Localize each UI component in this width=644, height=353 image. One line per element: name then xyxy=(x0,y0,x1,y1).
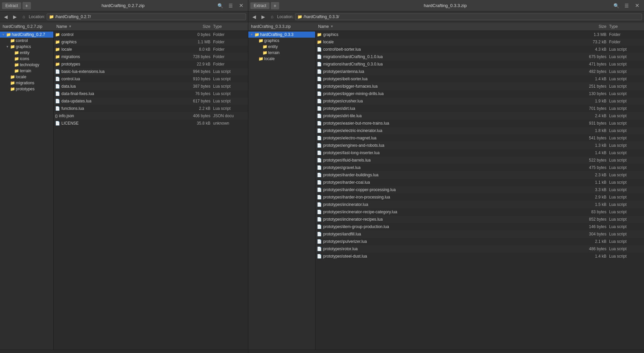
left-tree-item-root[interactable]: ▼📁hardCrafting_0.2.7 xyxy=(0,32,53,38)
file-row[interactable]: {}info.json406 bytesJSON docu xyxy=(54,112,248,120)
left-back-button[interactable]: ◀ xyxy=(2,13,10,20)
file-row[interactable]: 📄prototypes\harder-iron-processing.lua2.… xyxy=(315,193,644,201)
left-search-button[interactable]: 🔍 xyxy=(215,2,225,10)
file-row[interactable]: 📄prototypes\rotor.lua486 bytesLua script xyxy=(315,245,644,253)
right-back-button[interactable]: ◀ xyxy=(250,13,258,20)
left-tree-item-icons[interactable]: 📁icons xyxy=(0,56,53,62)
file-row[interactable]: 📄prototypes\incinerator-recipe-category.… xyxy=(315,208,644,216)
right-extract-button[interactable]: Extract xyxy=(250,2,269,9)
left-close-button[interactable]: ✕ xyxy=(236,1,246,10)
file-row[interactable]: 📄basic-lua-extensions.lua994 bytesLua sc… xyxy=(54,68,248,75)
file-row[interactable]: 📄prototypes\engines-and-robots.lua1.3 kB… xyxy=(315,142,644,149)
right-tree-item-graphics[interactable]: 📁graphics xyxy=(248,38,315,44)
left-name-header[interactable]: Name xyxy=(56,24,67,29)
left-tree-item-terrain[interactable]: 📁terrain xyxy=(0,68,53,74)
file-name-cell: 📁locale xyxy=(317,40,579,44)
file-row[interactable]: 📄prototypes\incinerator-recipes.lua852 b… xyxy=(315,216,644,223)
folder-icon: 📁 xyxy=(55,47,60,52)
file-row[interactable]: 📁graphics1.1 MBFolder xyxy=(54,38,248,46)
left-tree-item-graphics[interactable]: ▼📁graphics xyxy=(0,44,53,50)
right-type-header[interactable]: Type xyxy=(609,24,643,29)
file-row[interactable]: 📄functions.lua2.2 kBLua script xyxy=(54,105,248,112)
left-tree-item-migrations[interactable]: 📁migrations xyxy=(0,80,53,86)
left-tree-item-locale[interactable]: 📁locale xyxy=(0,74,53,80)
file-row[interactable]: 📄data-updates.lua617 bytesLua script xyxy=(54,97,248,105)
file-row[interactable]: 📄prototypes\pulverizer.lua2.1 kBLua scri… xyxy=(315,238,644,245)
file-row[interactable]: 📁locale73.2 kBFolder xyxy=(315,38,644,46)
file-row[interactable]: 📄prototypes\steel-dust.lua1.4 kBLua scri… xyxy=(315,253,644,260)
file-row[interactable]: 📁prototypes22.9 kBFolder xyxy=(54,60,248,68)
right-search-button[interactable]: 🔍 xyxy=(611,2,621,10)
left-new-tab-button[interactable]: + xyxy=(22,2,31,9)
right-tree-item-terrain[interactable]: 📁terrain xyxy=(248,50,315,56)
folder-icon: 📁 xyxy=(262,44,267,49)
file-row[interactable]: 📄prototypes\dirt.lua701 bytesLua script xyxy=(315,105,644,112)
folder-icon: 📁 xyxy=(258,56,263,61)
file-name-cell: 📄prototypes\bigger-mining-drills.lua xyxy=(317,91,579,96)
left-tree-item-entity[interactable]: 📁entity xyxy=(0,50,53,56)
left-location-path[interactable]: 📁 /hardCrafting_0.2.7/ xyxy=(47,13,246,20)
file-row[interactable]: 📄migrations\hardCrafting_0.1.0.lua675 by… xyxy=(315,53,644,60)
file-row[interactable]: 📄data.lua387 bytesLua script xyxy=(54,83,248,90)
file-row[interactable]: 📄prototypes\bigger-furnaces.lua251 bytes… xyxy=(315,83,644,90)
left-tree-item-technology[interactable]: 📁technology xyxy=(0,62,53,68)
file-row[interactable]: 📄prototypes\electric-incinerator.lua1.8 … xyxy=(315,127,644,134)
right-new-tab-button[interactable]: + xyxy=(271,2,279,9)
file-row[interactable]: 📄prototypes\easier-but-more-trains.lua93… xyxy=(315,120,644,127)
lua-icon: 📄 xyxy=(317,128,322,133)
right-forward-button[interactable]: ▶ xyxy=(259,13,267,20)
tree-item-label: locale xyxy=(16,75,26,79)
right-tree-item-entity[interactable]: 📁entity xyxy=(248,44,315,50)
file-row[interactable]: 📄data-final-fixes.lua76 bytesLua script xyxy=(54,90,248,97)
file-name-cell: 📄control\belt-sorter.lua xyxy=(317,47,579,52)
file-row[interactable]: 📄prototypes\item-group-production.lua146… xyxy=(315,223,644,230)
file-row[interactable]: 📄prototypes\gravel.lua475 bytesLua scrip… xyxy=(315,164,644,171)
left-size-header[interactable]: Size xyxy=(183,24,213,29)
file-row[interactable]: 📄prototypes\harder-buildings.lua2.3 kBLu… xyxy=(315,171,644,179)
lua-icon: 📄 xyxy=(55,99,60,103)
file-name-text: prototypes\item-group-production.lua xyxy=(323,224,389,229)
left-tree-item-prototypes[interactable]: 📁prototypes xyxy=(0,86,53,92)
file-row[interactable]: 📄control.lua910 bytesLua script xyxy=(54,75,248,83)
file-row[interactable]: 📁control0 bytesFolder xyxy=(54,31,248,38)
file-row[interactable]: 📄prototypes\landfill.lua304 bytesLua scr… xyxy=(315,230,644,238)
right-name-header[interactable]: Name xyxy=(318,24,329,29)
file-row[interactable]: 📁graphics1.3 MBFolder xyxy=(315,31,644,38)
right-home-button[interactable]: ⌂ xyxy=(268,13,276,20)
file-row[interactable]: 📄prototypes\harder-copper-processing.lua… xyxy=(315,186,644,193)
right-location-path[interactable]: 📁 /hardCrafting_0.3.3/ xyxy=(295,13,642,20)
file-type-cell: Lua script xyxy=(609,106,643,111)
file-row[interactable]: 📄prototypes\antenna.lua482 bytesLua scri… xyxy=(315,68,644,75)
left-type-header[interactable]: Type xyxy=(213,24,247,29)
file-row[interactable]: 📄migrations\hardCrafting_0.3.0.lua471 by… xyxy=(315,60,644,68)
file-type-cell: Lua script xyxy=(609,165,643,170)
file-row[interactable]: 📄control\belt-sorter.lua4.3 kBLua script xyxy=(315,46,644,53)
left-menu-button[interactable]: ☰ xyxy=(227,2,235,10)
file-row[interactable]: 📄prototypes\crusher.lua1.9 kBLua script xyxy=(315,97,644,105)
file-row[interactable]: 📄prototypes\bigger-mining-drills.lua130 … xyxy=(315,90,644,97)
json-icon: {} xyxy=(55,114,58,118)
left-extract-button[interactable]: Extract xyxy=(2,2,21,9)
file-row[interactable]: 📄LICENSE35.8 kBunknown xyxy=(54,120,248,127)
right-tree-item-root[interactable]: ▼📁hardCrafting_0.3.3 xyxy=(248,32,315,38)
left-forward-button[interactable]: ▶ xyxy=(11,13,19,20)
right-hscroll[interactable] xyxy=(248,350,644,353)
right-size-header[interactable]: Size xyxy=(579,24,609,29)
right-close-button[interactable]: ✕ xyxy=(632,1,642,10)
file-type-cell: Lua script xyxy=(609,224,643,229)
left-home-button[interactable]: ⌂ xyxy=(20,13,28,20)
left-hscroll[interactable] xyxy=(0,350,248,353)
file-row[interactable]: 📁locale8.0 kBFolder xyxy=(54,46,248,53)
file-row[interactable]: 📁migrations728 bytesFolder xyxy=(54,53,248,60)
file-row[interactable]: 📄prototypes\electro-magnet.lua541 bytesL… xyxy=(315,134,644,142)
file-row[interactable]: 📄prototypes\dirt-tile.lua2.4 kBLua scrip… xyxy=(315,112,644,120)
file-row[interactable]: 📄prototypes\fast-long-inserter.lua1.4 kB… xyxy=(315,149,644,157)
file-row[interactable]: 📄prototypes\harder-coal.lua1.1 kBLua scr… xyxy=(315,179,644,186)
lua-icon: 📄 xyxy=(55,77,60,81)
left-tree-item-control[interactable]: 📁control xyxy=(0,38,53,44)
file-row[interactable]: 📄prototypes\incinerator.lua1.5 kBLua scr… xyxy=(315,201,644,208)
right-tree-item-locale[interactable]: 📁locale xyxy=(248,56,315,62)
file-row[interactable]: 📄prototypes\fluid-barrels.lua522 bytesLu… xyxy=(315,157,644,164)
right-menu-button[interactable]: ☰ xyxy=(623,2,631,10)
file-row[interactable]: 📄prototypes\belt-sorter.lua1.4 kBLua scr… xyxy=(315,75,644,83)
